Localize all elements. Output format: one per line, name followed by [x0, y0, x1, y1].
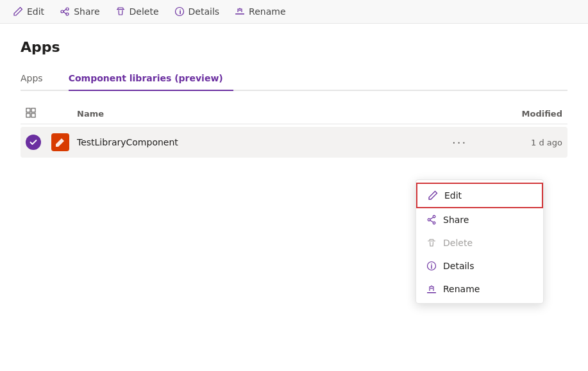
toolbar-edit-label: Edit	[27, 6, 44, 17]
context-menu-edit[interactable]: Edit	[416, 183, 543, 208]
menu-details-icon	[426, 261, 437, 271]
table-header: Name Modified	[21, 104, 567, 124]
check-circle	[26, 135, 41, 150]
context-menu-delete-label: Delete	[443, 238, 473, 248]
tab-apps[interactable]: Apps	[21, 68, 53, 91]
svg-rect-10	[31, 113, 35, 117]
svg-rect-2	[117, 9, 124, 10]
svg-rect-5	[235, 13, 244, 15]
toolbar-edit[interactable]: Edit	[13, 6, 44, 17]
grid-icon	[26, 108, 36, 118]
edit-icon	[13, 6, 23, 17]
row-check	[26, 135, 51, 150]
svg-point-11	[433, 215, 435, 218]
delete-icon	[115, 6, 126, 17]
page-title: Apps	[21, 39, 567, 55]
context-menu-rename-label: Rename	[443, 284, 480, 294]
svg-rect-16	[428, 241, 435, 242]
row-app-icon	[51, 133, 77, 151]
svg-line-15	[430, 220, 433, 222]
menu-share-icon	[426, 215, 437, 225]
svg-point-19	[431, 263, 432, 265]
context-menu-details-label: Details	[443, 261, 475, 271]
toolbar-delete-label: Delete	[130, 6, 159, 17]
header-name: Name	[77, 109, 447, 119]
row-options-button[interactable]: ···	[447, 135, 498, 151]
svg-point-13	[428, 218, 430, 221]
svg-line-0	[63, 10, 66, 12]
header-checkbox-col	[26, 108, 51, 120]
svg-line-1	[63, 12, 66, 14]
svg-rect-20	[427, 292, 436, 293]
toolbar: Edit Share Delete i Details Rename	[0, 0, 588, 24]
pencil-app-icon	[55, 137, 65, 147]
rename-icon	[235, 6, 245, 17]
svg-rect-8	[31, 108, 35, 112]
table-row: TestLibraryComponent ··· 1 d ago	[21, 127, 567, 158]
info-icon: i	[174, 6, 185, 17]
context-menu: Edit Share Delete Details	[416, 179, 544, 304]
context-menu-share-label: Share	[443, 215, 469, 225]
context-menu-edit-label: Edit	[444, 190, 462, 201]
svg-rect-9	[26, 113, 30, 117]
toolbar-details-label: Details	[189, 6, 220, 17]
menu-edit-icon	[428, 190, 438, 201]
menu-rename-icon	[426, 284, 437, 294]
svg-text:i: i	[179, 9, 181, 15]
toolbar-delete[interactable]: Delete	[115, 6, 159, 17]
tab-component-libraries[interactable]: Component libraries (preview)	[69, 68, 233, 91]
header-modified: Modified	[498, 109, 562, 119]
svg-line-14	[430, 218, 433, 220]
row-modified: 1 d ago	[498, 138, 562, 147]
svg-rect-7	[26, 108, 30, 112]
context-menu-share[interactable]: Share	[416, 208, 543, 231]
svg-point-12	[433, 222, 435, 224]
checkmark-icon	[29, 138, 38, 147]
toolbar-details[interactable]: i Details	[174, 6, 220, 17]
context-menu-delete[interactable]: Delete	[416, 231, 543, 254]
share-icon	[60, 6, 70, 17]
row-name: TestLibraryComponent	[77, 137, 447, 147]
toolbar-rename-label: Rename	[249, 6, 285, 17]
page-content: Apps Apps Component libraries (preview) …	[0, 24, 588, 173]
context-menu-rename[interactable]: Rename	[416, 277, 543, 301]
menu-delete-icon	[426, 238, 437, 248]
toolbar-share[interactable]: Share	[60, 6, 99, 17]
toolbar-share-label: Share	[74, 6, 99, 17]
tabs: Apps Component libraries (preview)	[21, 68, 567, 91]
context-menu-details[interactable]: Details	[416, 254, 543, 277]
toolbar-rename[interactable]: Rename	[235, 6, 285, 17]
